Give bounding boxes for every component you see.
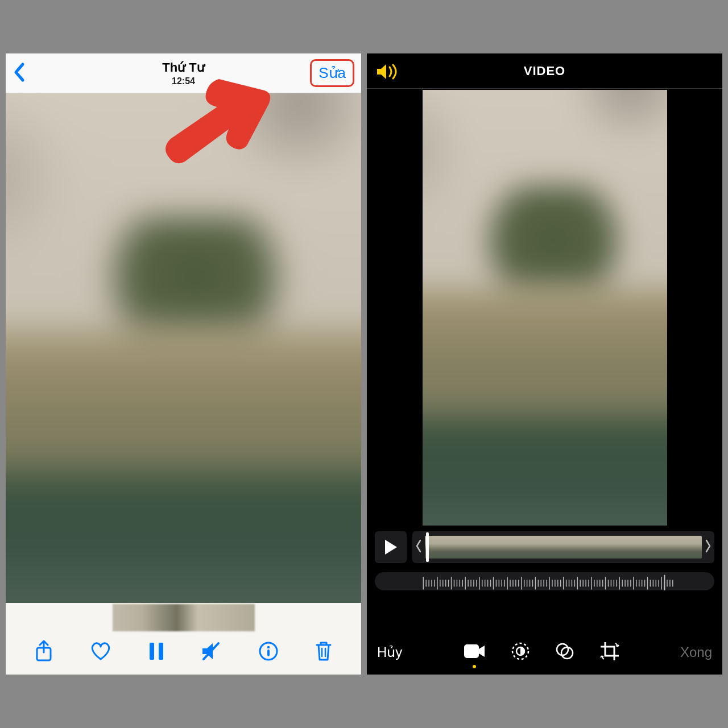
pause-icon[interactable] bbox=[148, 642, 164, 663]
video-thumbnail[interactable] bbox=[113, 604, 255, 631]
editor-bottom-bar: Hủy Xong bbox=[367, 630, 722, 675]
svg-rect-100 bbox=[464, 644, 479, 658]
adjust-tool-icon[interactable] bbox=[511, 642, 530, 663]
photos-viewer-screen: Thứ Tư 12:54 Sửa bbox=[6, 53, 361, 675]
share-icon[interactable] bbox=[34, 640, 53, 665]
video-tool-icon[interactable] bbox=[463, 643, 486, 661]
editor-title: VIDEO bbox=[524, 64, 565, 78]
info-icon[interactable] bbox=[258, 641, 279, 664]
active-tool-dot bbox=[473, 665, 476, 668]
photo-content bbox=[6, 93, 361, 609]
thumbnail-strip[interactable] bbox=[6, 603, 361, 634]
timeline-preview bbox=[425, 536, 702, 559]
back-icon[interactable] bbox=[13, 62, 26, 85]
heart-icon[interactable] bbox=[89, 641, 112, 664]
editor-viewport[interactable] bbox=[367, 89, 722, 527]
editor-top-bar: VIDEO bbox=[367, 53, 722, 89]
done-button[interactable]: Xong bbox=[680, 644, 712, 660]
editor-tools bbox=[463, 641, 620, 664]
svg-point-5 bbox=[267, 646, 270, 648]
svg-rect-6 bbox=[267, 650, 270, 656]
crop-tool-icon[interactable] bbox=[599, 641, 620, 664]
title-block: Thứ Tư 12:54 bbox=[6, 60, 361, 86]
timeline-row bbox=[367, 527, 722, 568]
play-button[interactable] bbox=[375, 531, 407, 563]
adjustment-ruler[interactable] bbox=[375, 572, 714, 590]
trash-icon[interactable] bbox=[315, 640, 333, 664]
day-label: Thứ Tư bbox=[6, 60, 361, 75]
video-editor-screen: VIDEO bbox=[367, 53, 722, 675]
speaker-icon[interactable] bbox=[376, 63, 399, 83]
video-frame bbox=[423, 90, 667, 526]
trim-start-handle[interactable] bbox=[416, 539, 421, 556]
top-bar: Thứ Tư 12:54 Sửa bbox=[6, 53, 361, 93]
mute-icon[interactable] bbox=[200, 641, 222, 664]
cancel-button[interactable]: Hủy bbox=[377, 644, 402, 660]
photo-viewport[interactable] bbox=[6, 93, 361, 609]
time-label: 12:54 bbox=[6, 76, 361, 86]
svg-rect-1 bbox=[150, 643, 154, 660]
filters-tool-icon[interactable] bbox=[555, 642, 574, 663]
playhead[interactable] bbox=[426, 532, 429, 562]
action-toolbar bbox=[6, 634, 361, 675]
video-scrubber[interactable] bbox=[412, 531, 714, 563]
edit-button[interactable]: Sửa bbox=[310, 59, 354, 87]
svg-rect-2 bbox=[159, 643, 163, 660]
trim-end-handle[interactable] bbox=[705, 539, 711, 556]
bottom-toolbar-area bbox=[6, 603, 361, 675]
